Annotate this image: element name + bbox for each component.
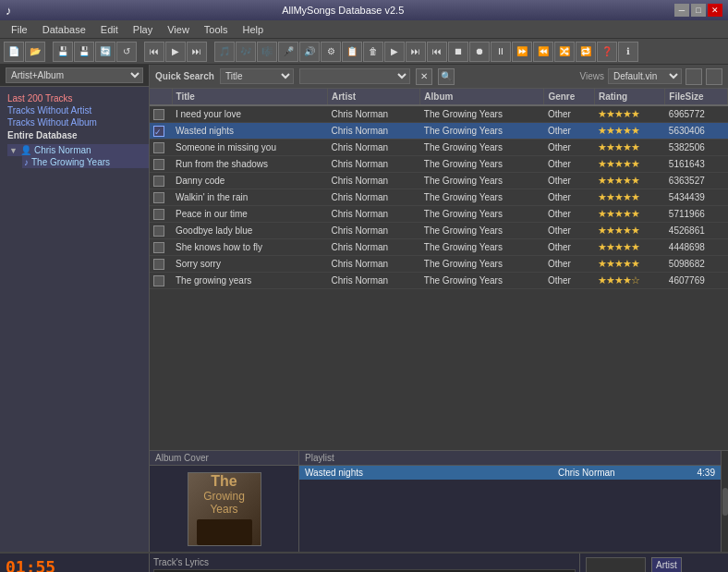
tb-icons19[interactable]: ❓	[597, 42, 617, 62]
tb-refresh2[interactable]: ↺	[116, 42, 137, 62]
search-go-button[interactable]: 🔍	[438, 68, 455, 85]
menu-help[interactable]: Help	[236, 22, 272, 37]
row-checkbox-cell[interactable]	[150, 239, 172, 256]
tb-icons10[interactable]: ⏭	[406, 42, 426, 62]
tb-icons7[interactable]: 📋	[342, 42, 362, 62]
search-field-select[interactable]: Title Artist Album	[220, 68, 294, 84]
search-clear-button[interactable]: ✕	[416, 68, 432, 85]
table-row[interactable]: Run from the shadows Chris Norman The Gr…	[150, 156, 728, 173]
tb-icons11[interactable]: ⏮	[427, 42, 447, 62]
tb-save2[interactable]: 💾	[74, 42, 94, 62]
close-button[interactable]: ✕	[708, 4, 722, 17]
col-check[interactable]	[150, 89, 172, 105]
tb-prev[interactable]: ⏮	[144, 42, 164, 62]
views-edit-button[interactable]	[686, 68, 702, 85]
tb-next[interactable]: ⏭	[187, 42, 207, 62]
tb-icons15[interactable]: ⏩	[512, 42, 532, 62]
menu-view[interactable]: View	[160, 22, 197, 37]
tb-icons5[interactable]: 🔊	[299, 42, 320, 62]
row-checkbox-cell[interactable]	[150, 256, 172, 273]
table-row[interactable]: Goodbye lady blue Chris Norman The Growi…	[150, 223, 728, 239]
tb-icons6[interactable]: ⚙	[321, 42, 341, 62]
tb-icons18[interactable]: 🔁	[576, 42, 596, 62]
search-condition-select[interactable]	[299, 68, 410, 84]
row-checkbox[interactable]	[153, 275, 164, 286]
row-checkbox[interactable]	[153, 259, 164, 270]
row-checkbox-cell[interactable]	[150, 223, 172, 239]
tb-icons8[interactable]: 🗑	[363, 42, 383, 62]
table-row[interactable]: Danny code Chris Norman The Growing Year…	[150, 173, 728, 189]
table-row[interactable]: Walkin' in the rain Chris Norman The Gro…	[150, 189, 728, 206]
table-row[interactable]: Sorry sorry Chris Norman The Growing Yea…	[150, 256, 728, 273]
tb-icons20[interactable]: ℹ	[618, 42, 638, 62]
tb-icons14[interactable]: ⏸	[491, 42, 511, 62]
playlist-item[interactable]: Wasted nights Chris Norman 4:39	[299, 466, 721, 480]
menu-database[interactable]: Database	[35, 22, 93, 37]
row-checkbox-cell[interactable]	[150, 140, 172, 156]
row-checkbox-cell[interactable]	[150, 189, 172, 206]
col-genre[interactable]: Genre	[544, 89, 595, 105]
sidebar-last200[interactable]: Last 200 Tracks	[6, 92, 143, 104]
col-album[interactable]: Album	[420, 89, 544, 105]
sidebar-artist-chris-norman[interactable]: ▼ 👤 Chris Norman	[7, 144, 149, 156]
row-checkbox[interactable]: ✓	[153, 126, 164, 137]
tb-save[interactable]: 💾	[53, 42, 73, 62]
tb-icons17[interactable]: 🔀	[554, 42, 575, 62]
col-rating[interactable]: Rating	[594, 89, 664, 105]
tb-new[interactable]: 📄	[4, 42, 24, 62]
row-checkbox[interactable]	[153, 225, 164, 237]
row-checkbox[interactable]	[153, 176, 164, 187]
row-checkbox[interactable]	[153, 109, 164, 120]
tb-icons4[interactable]: 🎤	[278, 42, 298, 62]
row-checkbox[interactable]	[153, 142, 164, 153]
menu-play[interactable]: Play	[126, 22, 160, 37]
artist-button[interactable]: Artist	[651, 557, 682, 572]
tb-icons12[interactable]: ⏹	[448, 42, 468, 62]
track-album: The Growing Years	[420, 156, 544, 173]
tb-icons3[interactable]: 🎼	[257, 42, 277, 62]
tb-icons16[interactable]: ⏪	[533, 42, 553, 62]
sidebar-album-growing-years[interactable]: ♪ The Growing Years	[22, 156, 149, 168]
row-checkbox[interactable]	[153, 192, 164, 203]
tb-icons13[interactable]: ⏺	[469, 42, 490, 62]
table-row[interactable]: She knows how to fly Chris Norman The Gr…	[150, 239, 728, 256]
views-save-button[interactable]	[706, 68, 722, 85]
row-checkbox[interactable]	[153, 242, 164, 253]
col-filesize[interactable]: FileSize	[665, 89, 728, 105]
tb-icons2[interactable]: 🎶	[236, 42, 256, 62]
tb-open[interactable]: 📂	[25, 42, 45, 62]
menu-file[interactable]: File	[4, 22, 35, 37]
row-checkbox-cell[interactable]	[150, 173, 172, 189]
tb-icons1[interactable]: 🎵	[214, 42, 235, 62]
views-select[interactable]: Default.vin	[608, 68, 682, 84]
track-genre: Other	[544, 206, 595, 223]
table-row[interactable]: I need your love Chris Norman The Growin…	[150, 105, 728, 123]
row-checkbox-cell[interactable]	[150, 156, 172, 173]
row-checkbox-cell[interactable]: ✓	[150, 123, 172, 140]
play-panel-left: 01:55 Wasted nights - [Chris Norman] The…	[0, 554, 150, 572]
table-row[interactable]: The growing years Chris Norman The Growi…	[150, 273, 728, 289]
maximize-button[interactable]: □	[691, 4, 706, 17]
sidebar-no-album[interactable]: Tracks Without Album	[6, 116, 143, 128]
track-title: Walkin' in the rain	[172, 189, 327, 206]
row-checkbox[interactable]	[153, 159, 164, 170]
row-checkbox-cell[interactable]	[150, 105, 172, 123]
menu-edit[interactable]: Edit	[93, 22, 126, 37]
row-checkbox-cell[interactable]	[150, 206, 172, 223]
row-checkbox-cell[interactable]	[150, 273, 172, 289]
sidebar-dropdown[interactable]: Artist+Album Artist Album	[6, 67, 143, 83]
col-title[interactable]: Title	[172, 89, 327, 105]
menu-tools[interactable]: Tools	[197, 22, 236, 37]
minimize-button[interactable]: ─	[674, 4, 689, 17]
col-artist[interactable]: Artist	[327, 89, 419, 105]
lower-area: Album Cover The Growing Years Playlist	[150, 450, 728, 552]
play-panel-artist-info: Artist Photo Artist Biography Chris Norm…	[580, 554, 728, 572]
tb-icons9[interactable]: ▶	[384, 42, 405, 62]
table-row[interactable]: Peace in our time Chris Norman The Growi…	[150, 206, 728, 223]
row-checkbox[interactable]	[153, 209, 164, 220]
tb-refresh[interactable]: 🔄	[95, 42, 115, 62]
sidebar-no-artist[interactable]: Tracks Without Artist	[6, 104, 143, 116]
table-row[interactable]: ✓ Wasted nights Chris Norman The Growing…	[150, 123, 728, 140]
tb-play[interactable]: ▶	[165, 42, 186, 62]
table-row[interactable]: Someone in missing you Chris Norman The …	[150, 140, 728, 156]
